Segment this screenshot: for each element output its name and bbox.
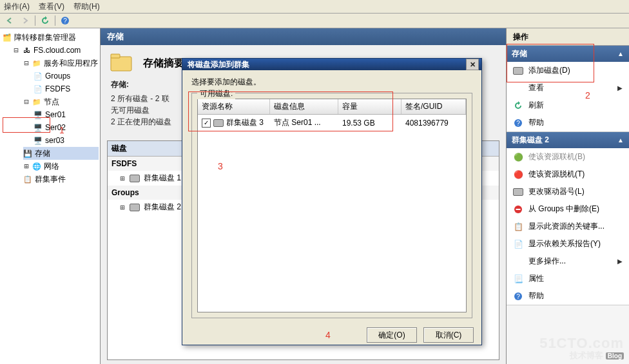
cluster-icon: 🗂️	[3, 33, 12, 42]
col-signature[interactable]: 签名/GUID	[402, 99, 466, 114]
submenu-arrow-icon: ▶	[617, 84, 623, 91]
action-label: 刷新	[528, 100, 544, 111]
action-label: 显示此资源的关键事...	[528, 221, 605, 232]
tree-node-item[interactable]: 🖥️ Ser02	[34, 121, 99, 134]
tree-events[interactable]: 📋 群集事件	[23, 173, 99, 186]
list-header[interactable]: 资源名称 磁盘信息 容量 签名/GUID	[198, 99, 466, 115]
tree-service-item[interactable]: 📄 FSDFS	[34, 82, 99, 95]
disk-icon	[130, 175, 140, 182]
tree-storage-label: 存储	[35, 148, 50, 159]
action-help[interactable]: ? 帮助	[507, 114, 629, 131]
tree-node-label: Ser02	[45, 122, 66, 133]
blank-icon	[513, 256, 523, 267]
menu-help[interactable]: 帮助(H)	[73, 1, 100, 12]
tree-services[interactable]: ⊟ 📁 服务和应用程序	[23, 57, 99, 70]
row-checkbox[interactable]: ✓	[202, 119, 211, 128]
action-take-offline[interactable]: 🔴 使该资源脱机(T)	[507, 166, 629, 183]
summary-title: 存储摘要	[143, 57, 184, 70]
list-row[interactable]: ✓ 群集磁盘 3 节点 Ser01 ... 19.53 GB 408139677…	[198, 115, 466, 131]
disk-icon	[213, 119, 224, 127]
menubar: 操作(A) 查看(V) 帮助(H)	[0, 0, 629, 14]
tree-network[interactable]: ⊞ 🌐 网络	[23, 160, 99, 173]
storage-big-icon	[110, 52, 135, 75]
content-header: 存储	[101, 28, 506, 45]
action-help[interactable]: ? 帮助	[507, 287, 629, 305]
cancel-button[interactable]: 取消(C)	[423, 327, 474, 343]
offline-icon: 🔴	[513, 169, 523, 180]
action-remove-from-groups[interactable]: 从 Groups 中删除(E)	[507, 200, 629, 218]
expander-icon[interactable]: ⊞	[119, 203, 126, 212]
row-capacity: 19.53 GB	[342, 119, 375, 128]
expander-icon[interactable]: ⊟	[23, 57, 30, 69]
disk-icon	[513, 66, 523, 76]
action-dependency-report[interactable]: 📄 显示依赖关系报告(Y)	[507, 235, 629, 253]
properties-icon: 📃	[513, 274, 523, 284]
cancel-label: 取消(C)	[436, 330, 462, 341]
tree-storage[interactable]: 💾 存储	[23, 147, 99, 160]
refresh-icon	[513, 101, 523, 111]
action-label: 使该资源联机(B)	[528, 151, 585, 162]
expander-icon[interactable]: ⊟	[23, 96, 30, 108]
toolbar-help-icon[interactable]: ?	[59, 15, 71, 26]
dialog-close-button[interactable]: ✕	[466, 59, 479, 70]
actions-section-label: 存储	[512, 48, 527, 59]
tree-node-item[interactable]: 🖥️ ser03	[34, 134, 99, 147]
toolbar-back-icon[interactable]	[4, 15, 15, 26]
actions-section-label: 群集磁盘 2	[512, 135, 549, 146]
action-label: 查看	[528, 82, 544, 93]
dialog-instruction: 选择要添加的磁盘。	[191, 77, 472, 88]
row-signature: 4081396779	[405, 119, 449, 128]
tree-events-label: 群集事件	[35, 173, 66, 185]
svg-rect-2	[111, 57, 131, 71]
action-show-events[interactable]: 📋 显示此资源的关键事...	[507, 218, 629, 235]
actions-section-storage[interactable]: 存储 ▲	[507, 46, 629, 62]
available-disks-list[interactable]: 资源名称 磁盘信息 容量 签名/GUID ✓ 群集磁盘 3 节点 Ser01 .…	[197, 99, 467, 312]
dialog-titlebar[interactable]: 将磁盘添加到群集 ✕	[182, 59, 481, 70]
col-diskinfo[interactable]: 磁盘信息	[270, 99, 338, 114]
expander-icon[interactable]: ⊟	[13, 44, 19, 56]
tree-node-label: Ser01	[45, 109, 66, 120]
cluster-node-icon: 🖧	[22, 46, 31, 55]
disk-icon	[513, 187, 523, 197]
tree-network-label: 网络	[44, 160, 59, 172]
action-view[interactable]: 查看 ▶	[507, 79, 629, 97]
expander-icon[interactable]: ⊞	[23, 160, 30, 172]
actions-section-disk[interactable]: 群集磁盘 2 ▲	[507, 132, 629, 148]
service-icon: 📄	[34, 72, 43, 81]
col-capacity[interactable]: 容量	[338, 99, 402, 114]
tree-service-label: Groups	[45, 70, 70, 82]
actions-list-disk: 🟢 使该资源联机(B) 🔴 使该资源脱机(T) 更改驱动器号(L) 从 Grou…	[507, 148, 629, 305]
nodes-icon: 📁	[32, 97, 41, 106]
toolbar-refresh-icon[interactable]	[39, 15, 51, 26]
tree-domain-label: FS.cloud.com	[34, 44, 81, 56]
action-bring-online[interactable]: 🟢 使该资源联机(B)	[507, 148, 629, 166]
online-icon: 🟢	[513, 152, 523, 162]
ok-button[interactable]: 确定(O)	[367, 327, 417, 343]
tree-root-label: 障转移群集管理器	[14, 32, 76, 43]
add-disk-dialog: 将磁盘添加到群集 ✕ 选择要添加的磁盘。 可用磁盘: 资源名称 磁盘信息 容量 …	[182, 58, 482, 345]
toolbar: ?	[0, 14, 629, 28]
action-properties[interactable]: 📃 属性	[507, 270, 629, 287]
action-more[interactable]: 更多操作... ▶	[507, 253, 629, 270]
disk-icon	[130, 204, 140, 211]
available-disks-group: 可用磁盘: 资源名称 磁盘信息 容量 签名/GUID ✓ 群集磁盘 3 节点 S…	[191, 93, 472, 318]
action-label: 帮助	[528, 291, 544, 302]
menu-view[interactable]: 查看(V)	[39, 1, 64, 12]
action-refresh[interactable]: 刷新	[507, 97, 629, 114]
tree-nodes[interactable]: ⊟ 📁 节点	[23, 95, 99, 108]
action-change-drive-letter[interactable]: 更改驱动器号(L)	[507, 183, 629, 200]
group-legend: 可用磁盘:	[197, 88, 235, 99]
tree-node-item[interactable]: 🖥️ Ser01	[34, 108, 99, 121]
toolbar-forward-icon[interactable]	[19, 15, 31, 26]
col-resource[interactable]: 资源名称	[198, 99, 270, 114]
tree-root[interactable]: 🗂️ 障转移群集管理器	[3, 31, 99, 44]
tree[interactable]: 🗂️ 障转移群集管理器 ⊟ 🖧 FS.cloud.com	[1, 31, 99, 186]
row-diskinfo: 节点 Ser01 ...	[274, 117, 321, 128]
tree-service-label: FSDFS	[45, 83, 70, 95]
tree-domain[interactable]: ⊟ 🖧 FS.cloud.com	[13, 44, 99, 57]
tree-service-item[interactable]: 📄 Groups	[34, 70, 99, 82]
menu-action[interactable]: 操作(A)	[4, 1, 30, 12]
svg-rect-3	[111, 54, 120, 58]
expander-icon[interactable]: ⊞	[119, 174, 126, 183]
action-add-disk[interactable]: 添加磁盘(D)	[507, 62, 629, 79]
